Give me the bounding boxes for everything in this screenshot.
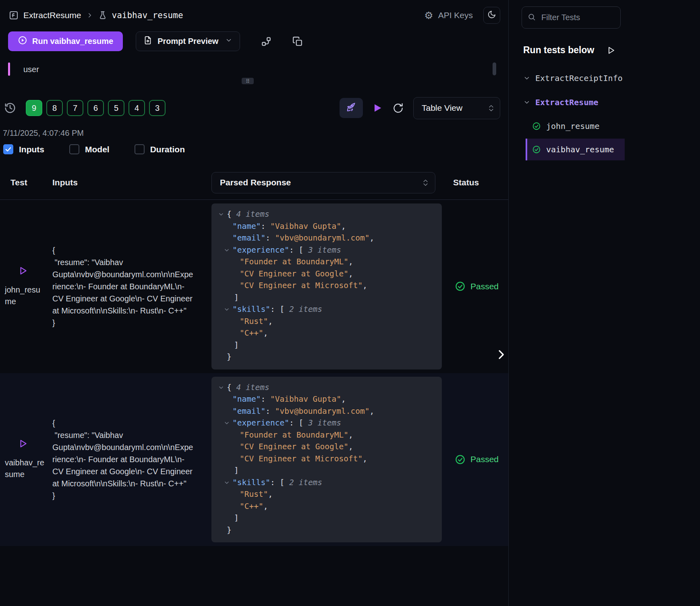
col-header-status: Status — [442, 178, 506, 187]
group-extract-resume[interactable]: ExtractResume — [520, 98, 690, 107]
group-label: ExtractReceiptInfo — [535, 73, 623, 83]
collapse-chevron-icon[interactable] — [224, 247, 232, 253]
collapse-chevron-icon[interactable] — [218, 384, 227, 391]
parsed-response-json: { 4 items "name": "Vaibhav Gupta", "emai… — [211, 203, 442, 369]
breadcrumb-current: vaibhav_resume — [112, 10, 183, 20]
app-window: ExtractResume vaibhav_resume ⚙ API Keys — [0, 0, 700, 606]
history-chip-9[interactable]: 9 — [26, 100, 42, 116]
run-history-chips: 9 8 7 6 5 4 3 — [26, 100, 166, 116]
inputs-checkbox[interactable] — [3, 144, 13, 154]
group-extract-receipt-info[interactable]: ExtractReceiptInfo — [520, 73, 690, 83]
collapse-chevron-icon[interactable] — [218, 211, 227, 218]
play-outline-icon — [606, 46, 616, 55]
sidebar-test-vaibhav-resume[interactable]: vaibhav_resume — [526, 139, 625, 160]
group-label: ExtractResume — [535, 98, 599, 107]
model-checkbox-label: Model — [85, 145, 110, 154]
history-chip-7[interactable]: 7 — [67, 100, 83, 116]
function-icon — [9, 10, 19, 20]
select-chevrons-icon — [488, 104, 494, 112]
parsed-response-json: { 4 items "name": "Vaibhav Gupta", "emai… — [211, 377, 442, 543]
run-all-play-button[interactable] — [372, 102, 383, 114]
parsed-response-cell: { 4 items "name": "Vaibhav Gupta", "emai… — [211, 377, 442, 543]
toggle-inputs: Inputs — [3, 144, 44, 154]
run-row-play-icon[interactable] — [18, 266, 52, 276]
scrollbar-thumb[interactable] — [493, 62, 496, 75]
rocket-button[interactable] — [340, 98, 363, 118]
filter-tests-input[interactable] — [541, 12, 609, 23]
chevron-down-icon — [523, 75, 530, 82]
api-keys-button[interactable]: ⚙ API Keys — [424, 10, 473, 21]
search-icon — [528, 13, 536, 23]
copy-button[interactable] — [292, 36, 303, 47]
sidebar-test-john-resume[interactable]: john_resume — [526, 115, 625, 137]
role-color-bar — [8, 62, 10, 76]
top-bar: ExtractResume vaibhav_resume ⚙ API Keys — [0, 0, 508, 25]
collapse-chevron-icon[interactable] — [224, 479, 232, 486]
history-clock-icon[interactable] — [4, 102, 16, 114]
view-mode-label: Table View — [422, 103, 462, 113]
check-circle-icon — [532, 145, 541, 154]
run-test-button[interactable]: Run vaibhav_resume — [8, 31, 123, 51]
history-chip-3[interactable]: 3 — [149, 100, 166, 116]
history-chip-6[interactable]: 6 — [87, 100, 104, 116]
tests-tree: ExtractReceiptInfo ExtractResume john_re… — [520, 73, 690, 160]
history-chip-5[interactable]: 5 — [108, 100, 124, 116]
status-badge: Passed — [470, 454, 499, 464]
check-circle-icon — [455, 454, 466, 465]
duration-checkbox-label: Duration — [150, 145, 185, 154]
status-cell: Passed — [442, 281, 506, 292]
results-table-header: Test Inputs Parsed Response Status — [0, 171, 508, 194]
file-icon — [143, 36, 152, 47]
breadcrumb: ExtractResume vaibhav_resume — [9, 10, 183, 20]
col-header-inputs: Inputs — [52, 178, 211, 187]
tests-sidebar: Run tests below ExtractReceiptInfo Extra… — [508, 0, 700, 606]
inputs-checkbox-label: Inputs — [19, 145, 44, 154]
play-circle-icon — [18, 35, 27, 47]
chevron-right-icon — [86, 12, 93, 19]
model-checkbox[interactable] — [69, 144, 79, 154]
controls-row: 9 8 7 6 5 4 3 — [0, 96, 508, 120]
collapse-chevron-icon[interactable] — [224, 306, 232, 313]
theme-toggle-button[interactable] — [483, 7, 500, 24]
expand-panel-chevron[interactable] — [495, 347, 507, 362]
test-cell: john_resume — [0, 266, 52, 307]
status-badge: Passed — [470, 282, 499, 291]
workflow-graph-button[interactable] — [261, 36, 271, 47]
select-chevrons-icon — [422, 179, 429, 187]
gear-icon: ⚙ — [424, 10, 433, 21]
run-tests-below-button[interactable]: Run tests below — [520, 45, 616, 56]
check-circle-icon — [455, 281, 466, 292]
drag-handle[interactable]: ⠿ — [242, 78, 254, 84]
sidebar-test-label: john_resume — [546, 121, 599, 131]
filter-tests-box — [522, 6, 621, 29]
status-cell: Passed — [442, 454, 506, 465]
run-row-play-icon[interactable] — [18, 438, 52, 449]
test-cell: vaibhav_resume — [0, 438, 52, 480]
collapse-chevron-icon[interactable] — [224, 420, 232, 426]
response-column-select[interactable]: Parsed Response — [211, 172, 435, 193]
test-row-vaibhav-resume[interactable]: vaibhav_resume { "resume": "Vaibhav Gupt… — [0, 373, 508, 546]
inputs-cell: { "resume": "Vaibhav Gupta\nvbv@boundary… — [52, 417, 211, 502]
api-keys-label: API Keys — [438, 10, 473, 20]
prompt-preview-dropdown[interactable]: Prompt Preview — [136, 31, 240, 51]
history-chip-8[interactable]: 8 — [46, 100, 63, 116]
prompt-role-row[interactable]: user — [0, 62, 508, 77]
refresh-button[interactable] — [393, 103, 404, 114]
view-mode-select[interactable]: Table View — [413, 97, 500, 119]
breadcrumb-app[interactable]: ExtractResume — [23, 10, 81, 20]
run-timestamp: 7/11/2025, 4:07:46 PM — [3, 129, 508, 138]
moon-icon — [487, 10, 496, 21]
input-json-text: { "resume": "Vaibhav Gupta\nvbv@boundary… — [52, 417, 194, 502]
test-row-john-resume[interactable]: john_resume { "resume": "Vaibhav Gupta\n… — [0, 200, 508, 373]
history-chip-4[interactable]: 4 — [128, 100, 145, 116]
run-tests-below-label: Run tests below — [523, 45, 594, 56]
col-header-test: Test — [0, 178, 52, 187]
toggle-model: Model — [69, 144, 110, 154]
run-button-label: Run vaibhav_resume — [32, 37, 113, 46]
test-tube-icon — [98, 11, 107, 20]
topbar-right: ⚙ API Keys — [424, 7, 500, 24]
duration-checkbox[interactable] — [135, 144, 145, 154]
controls-right: Table View — [340, 97, 500, 119]
sidebar-test-label: vaibhav_resume — [546, 145, 614, 154]
column-toggles: Inputs Model Duration — [3, 144, 508, 154]
